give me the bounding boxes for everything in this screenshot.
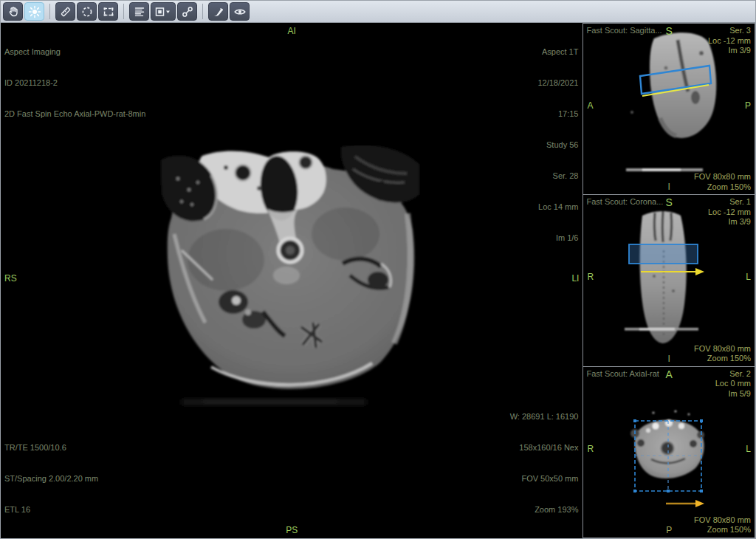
scanner-label: Aspect 1T	[537, 47, 578, 57]
fov-label: FOV 50x50 mm	[510, 473, 579, 484]
scout-panel-axial[interactable]: Fast Scout: Axial-rat A Ser. 2 Loc 0 mm …	[583, 366, 755, 538]
ruler-icon	[59, 5, 72, 18]
scout-panel-sagittal[interactable]: Fast Scout: Sagitta... S Ser. 3 Loc -12 …	[583, 23, 755, 194]
toolbar-separator	[202, 4, 203, 19]
caret-down-icon	[166, 10, 170, 13]
scout-sidebar: Fast Scout: Sagitta... S Ser. 3 Loc -12 …	[583, 23, 755, 538]
toolbar-separator	[123, 4, 124, 19]
etl-label: ETL 16	[4, 504, 98, 515]
window-level-label: W: 28691 L: 16190	[510, 411, 579, 422]
link-series-button[interactable]	[177, 2, 197, 21]
text-overlay-button[interactable]	[129, 2, 149, 21]
time-label: 17:15	[537, 109, 578, 119]
tr-te-label: TR/TE 1500/10.6	[4, 442, 98, 453]
ellipse-icon	[80, 5, 94, 18]
study-number-label: Study 56	[537, 140, 578, 150]
rectangle-roi-button[interactable]	[98, 2, 118, 21]
measure-tool-button[interactable]	[55, 2, 75, 21]
layout-icon	[154, 5, 172, 18]
sun-icon	[28, 5, 41, 18]
date-label: 12/18/2021	[537, 78, 578, 88]
zoom-label: Zoom 193%	[510, 504, 579, 515]
layout-button[interactable]	[151, 2, 176, 21]
orientation-bottom-label: PS	[286, 525, 298, 535]
mri-viewer-app: Aspect Imaging ID 20211218-2 2D Fast Spi…	[0, 0, 756, 539]
viewer-content: Aspect Imaging ID 20211218-2 2D Fast Spi…	[1, 23, 755, 538]
sequence-name-label: 2D Fast Spin Echo Axial-PWD-rat-8min	[4, 109, 145, 119]
chain-link-icon	[181, 5, 194, 18]
coronal-scout-image	[583, 195, 755, 365]
matrix-nex-label: 158x160/16 Nex	[510, 442, 579, 453]
study-info-overlay: Aspect Imaging ID 20211218-2 2D Fast Spi…	[4, 26, 145, 140]
rectangle-icon	[102, 5, 115, 18]
pan-tool-button[interactable]	[3, 2, 23, 21]
axial-mri-image	[159, 145, 422, 408]
axial-scout-image	[583, 367, 755, 538]
hand-icon	[7, 5, 20, 18]
patient-id-label: ID 20211218-2	[4, 78, 145, 88]
scout-panel-coronal[interactable]: Fast Scout: Corona... S Ser. 1 Loc -12 m…	[583, 194, 755, 365]
visibility-button[interactable]	[230, 2, 250, 21]
slice-location-label: Loc 14 mm	[537, 202, 578, 212]
image-index-label: Im 1/6	[537, 233, 578, 243]
window-level-button[interactable]	[24, 2, 44, 21]
display-params-overlay: W: 28691 L: 16190 158x160/16 Nex FOV 50x…	[510, 391, 579, 535]
orientation-top-label: AI	[288, 26, 296, 36]
paintbrush-icon	[212, 5, 225, 18]
main-viewport[interactable]: Aspect Imaging ID 20211218-2 2D Fast Spi…	[1, 23, 583, 538]
brush-tool-button[interactable]	[208, 2, 228, 21]
sequence-params-overlay: TR/TE 1500/10.6 ST/Spacing 2.00/2.20 mm …	[4, 422, 98, 535]
eye-icon	[233, 5, 247, 18]
series-info-overlay: Aspect 1T 12/18/2021 17:15 Study 56 Ser.…	[537, 26, 578, 264]
toolbar	[1, 1, 755, 23]
vendor-label: Aspect Imaging	[4, 47, 145, 57]
orientation-right-label: LI	[571, 273, 579, 284]
text-lines-icon	[133, 5, 146, 18]
slice-spacing-label: ST/Spacing 2.00/2.20 mm	[4, 473, 98, 484]
slice-stack-roi	[629, 244, 698, 264]
series-number-label: Ser. 28	[537, 171, 578, 181]
sagittal-scout-image	[583, 24, 755, 194]
ellipse-roi-button[interactable]	[77, 2, 97, 21]
orientation-left-label: RS	[4, 273, 17, 284]
toolbar-separator	[49, 4, 50, 19]
